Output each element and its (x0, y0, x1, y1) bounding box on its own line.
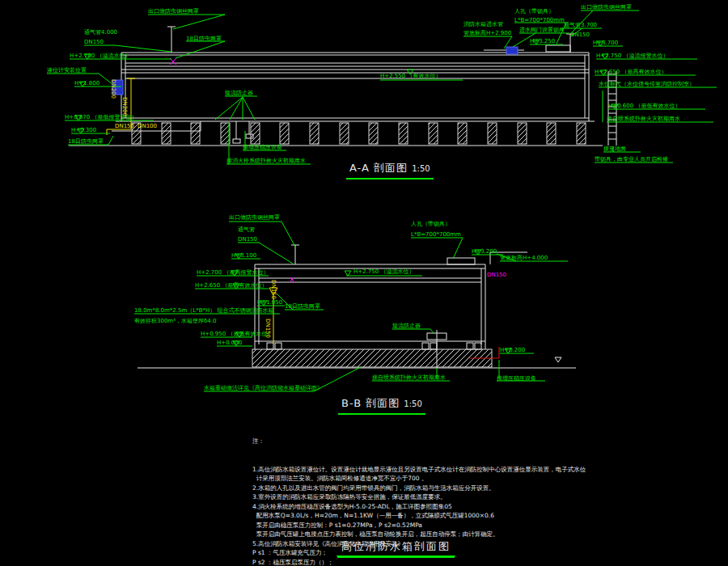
drawing-label: 接自喷系统扑救火灾初期用水 (607, 116, 680, 122)
drawing-label: H+2.550 （有效水位） (380, 73, 441, 79)
drawing-label: 18目防虫网罩 (186, 36, 222, 42)
note-line: 4.消火栓系统的增压稳压设备选型为H-5.0-25-ADL，施工详图参照图集05 (252, 502, 586, 512)
cad-drawing-canvas: 出口做防虫钢丝网罩通气管4.000DN15018目防虫网罩H+2.700 （溢流… (0, 0, 728, 566)
drawing-label: 接消火栓系统扑救火灾初期用水 (226, 158, 306, 164)
note-line: 1.高位消防水箱设置液位计。设置液位计就地显示液位且另设置电子式水位计在消防控制… (252, 465, 586, 475)
drawing-label: 有效容积300m³，水箱壁厚δ4.0 (134, 318, 216, 324)
drawing-label: H+3.200 (472, 248, 497, 255)
drawing-label: 水箱基础做法详见《高位消防储水箱基础详图》 (204, 385, 323, 391)
note-line: 泵开启由稳压泵压力控制：P s1=0.27MPa，P s2=0.52MPa (252, 521, 586, 530)
drawing-label: DN100 (138, 123, 157, 129)
drawing-label: 旋流防止器 (225, 90, 253, 96)
drawing-label: 18.0m*8.0m*2.5m（L*B*H） 组合式不锈钢消防水箱 (134, 307, 274, 314)
section-title-aa-text: A-A 剖面图 (349, 162, 408, 174)
drawing-label: 管底标高H+2.900 (463, 30, 511, 36)
drawing-title: 高位消防水箱剖面图 (336, 539, 455, 556)
drawing-label: H+0.600 （最低有效水位） (608, 103, 680, 109)
drawing-label: 管底标高H+4.000 (500, 255, 548, 261)
drawing-label: H+2.750 （溢流水位） (353, 268, 414, 275)
drawing-label: H+2.700 （最高报警水位） (197, 269, 269, 276)
note-line: 3.室外设置的消防水箱应采取防冻隔热等安全措施，保证最低温度要求。 (252, 492, 586, 502)
section-title-bb-scale: 1:50 (404, 399, 421, 408)
drawing-label: H+2.750 （溢流报警水位） (596, 53, 668, 59)
drawing-label: 通气管3.700 (564, 22, 597, 28)
aa-inlet-valve (506, 47, 518, 54)
drawing-label: 液位计安装位置 (47, 67, 87, 74)
drawing-label: 出口做防虫钢丝网罩 (148, 8, 199, 15)
drawing-label: H+3.250 (530, 38, 555, 44)
drawing-label: DN200 (110, 79, 116, 99)
drawing-label: 水位标尺（水位信号传至消防控制室） (599, 81, 695, 87)
section-title-bb-text: B-B 剖面图 (341, 397, 400, 409)
drawing-label: DN150 (487, 272, 506, 278)
drawing-label: DN150 (115, 123, 134, 129)
drawing-label: H+1.050 (257, 299, 282, 306)
drawing-label: H+0.870 （最低报警水位） (65, 114, 137, 120)
drawing-label: 通气管4.000 (84, 29, 117, 36)
drawing-label: H+3.100 (231, 252, 256, 259)
drawing-label: 接至地面 (603, 146, 626, 152)
drawing-label: H+0.000 (217, 340, 242, 346)
note-line: 配用水泵Q=3.0L/s，H=20m，N=1.1KW（一用一备），立式隔膜式气压… (252, 511, 586, 521)
drawing-label: L*B=700*700mm (411, 231, 461, 238)
drawing-label: 接增压稳压设备 (497, 375, 536, 382)
note-line: P s2 ：稳压泵启泵压力（）； (252, 558, 586, 566)
section-title-bb: B-B 剖面图 1:50 (338, 396, 425, 415)
drawing-label: H+0.300 (71, 127, 96, 133)
note-line: 计采用顶部法兰安装。消防水箱间检修通道净宽不宜小于700 。 (252, 474, 586, 484)
drawing-label: 通气管 (238, 226, 255, 233)
drawing-label: 旋流防止器 (392, 323, 421, 329)
note-line: 泵开启由气压罐上电接点压力表控制，稳压泵自动轮换开启，超压自动停泵；由计算确定。 (252, 530, 586, 539)
aa-support-piers (132, 123, 586, 144)
drawing-label: DN150 (570, 32, 590, 38)
section-title-aa-scale: 1:50 (412, 164, 430, 173)
drawing-label: 18目防虫网罩 (68, 138, 104, 145)
drawing-label: 接自喷系统扑救火灾初期用水 (372, 374, 446, 381)
drawing-label: 出口做防虫钢丝网罩 (581, 4, 632, 11)
drawing-label: 进水阀门设置锁具 (519, 27, 565, 33)
drawing-label: DN150 (238, 236, 257, 243)
aa-level-gauge (112, 47, 518, 95)
drawing-label: DN150 (270, 280, 277, 299)
bb-manhole (447, 258, 475, 264)
drawing-label: L*B=700*700mm (514, 17, 565, 23)
drawing-label: 接增压稳压设备 (243, 144, 282, 150)
drawing-label: H+2.650 （最高有效水位） (595, 69, 667, 75)
note-line: 2.水箱的人孔以及进出水管的阀门均采用带锁具的阀门，消防水箱与生活水箱应分开设置… (252, 484, 586, 493)
drawing-label: 人孔（带锁具） (411, 221, 451, 227)
bb-foundation-slab (252, 349, 492, 367)
drawing-label: 消防水箱进水管 (463, 21, 503, 27)
drawing-label: H+2.650 （最高有效水位） (195, 282, 267, 289)
drawing-label: H+0.200 (500, 347, 525, 353)
drawing-label: 18目防虫网罩 (285, 303, 320, 310)
drawing-label: H+1.800 (74, 80, 99, 87)
drawing-label: H+0.950 （最低有效水位） (201, 331, 273, 337)
notes-heading: 注： (252, 437, 586, 446)
drawing-label: 带锁具，由专业人员开启检修 (595, 156, 668, 163)
drawing-label: 出口做防虫钢丝网罩 (229, 214, 280, 221)
drawing-label: H+2.700 （溢流水位） (70, 53, 130, 59)
drawing-label: 人孔（带锁具） (514, 8, 554, 15)
drawing-label: H+3.700 (593, 40, 618, 46)
drawing-label: DN150 (84, 39, 104, 45)
section-title-aa: A-A 剖面图 1:50 (346, 161, 434, 180)
aa-manhole (546, 45, 570, 52)
